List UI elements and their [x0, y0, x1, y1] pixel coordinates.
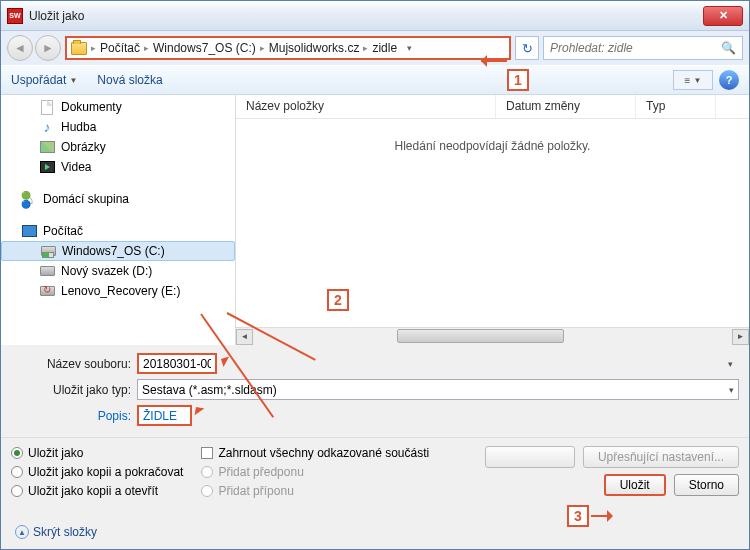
sidebar-item-drive-c[interactable]: Windows7_OS (C:) — [1, 241, 235, 261]
scroll-right-arrow[interactable]: ► — [732, 329, 749, 345]
chevron-right-icon: ▸ — [91, 43, 96, 53]
filename-label: Název souboru: — [11, 357, 131, 371]
scroll-left-arrow[interactable]: ◄ — [236, 329, 253, 345]
column-date[interactable]: Datum změny — [496, 95, 636, 118]
drive-icon — [40, 266, 55, 276]
radio-save-copy-continue[interactable]: Uložit jako kopii a pokračovat — [11, 465, 183, 479]
address-bar[interactable]: ▸ Počítač ▸ Windows7_OS (C:) ▸ Mujsolidw… — [65, 36, 511, 60]
checkbox-icon — [201, 447, 213, 459]
column-name[interactable]: Název položky — [236, 95, 496, 118]
radio-icon — [201, 485, 213, 497]
horizontal-scrollbar[interactable]: ◄ ► — [236, 327, 749, 345]
search-input[interactable] — [550, 41, 721, 55]
filetype-label: Uložit jako typ: — [11, 383, 131, 397]
file-list[interactable]: Hledání neodpovídají žádné položky. — [236, 119, 749, 327]
organize-menu[interactable]: Uspořádat▼ — [11, 73, 77, 87]
chevron-right-icon: ▸ — [260, 43, 265, 53]
save-button[interactable]: Uložit — [604, 474, 666, 496]
radio-save-copy-open[interactable]: Uložit jako kopii a otevřít — [11, 484, 183, 498]
view-options-button[interactable]: ≡ ▼ — [673, 70, 713, 90]
disclose-icon: ▲ — [15, 525, 29, 539]
body-area: Dokumenty Hudba Obrázky Videa 🟢🔵Domácí s… — [1, 95, 749, 345]
radio-icon — [201, 466, 213, 478]
callout-1: 1 — [507, 69, 529, 91]
column-type[interactable]: Typ — [636, 95, 716, 118]
drive-icon — [41, 246, 56, 256]
toolbar: Uspořádat▼ Nová složka ≡ ▼ ? — [1, 65, 749, 95]
search-box[interactable]: 🔍 — [543, 36, 743, 60]
back-button[interactable]: ◄ — [7, 35, 33, 61]
filename-dropdown[interactable]: ▾ — [728, 359, 733, 369]
drive-icon — [40, 286, 55, 296]
forward-button[interactable]: ► — [35, 35, 61, 61]
sidebar-item-homegroup[interactable]: 🟢🔵Domácí skupina — [1, 189, 235, 209]
breadcrumb-item[interactable]: Mujsolidworks.cz — [269, 41, 360, 55]
breadcrumb-item[interactable]: Počítač — [100, 41, 140, 55]
window-title: Uložit jako — [29, 9, 703, 23]
radio-add-prefix: Přidat předponu — [201, 465, 429, 479]
prefix-suffix-input — [485, 446, 575, 468]
sidebar-item-drive-d[interactable]: Nový svazek (D:) — [1, 261, 235, 281]
address-dropdown[interactable]: ▾ — [401, 43, 417, 53]
save-as-dialog: SW Uložit jako ✕ ◄ ► ▸ Počítač ▸ Windows… — [0, 0, 750, 550]
form-area: Název souboru: ▾ Uložit jako typ: Sestav… — [1, 345, 749, 437]
breadcrumb-item[interactable]: zidle — [372, 41, 397, 55]
chevron-right-icon: ▸ — [144, 43, 149, 53]
column-headers: Název položky Datum změny Typ — [236, 95, 749, 119]
hide-folders-toggle[interactable]: ▲ Skrýt složky — [5, 517, 107, 545]
titlebar: SW Uložit jako ✕ — [1, 1, 749, 31]
document-icon — [41, 100, 53, 115]
folder-icon — [71, 42, 87, 55]
radio-icon — [11, 466, 23, 478]
breadcrumb-item[interactable]: Windows7_OS (C:) — [153, 41, 256, 55]
new-folder-button[interactable]: Nová složka — [97, 73, 162, 87]
radio-icon — [11, 485, 23, 497]
callout-3: 3 — [567, 505, 589, 527]
computer-icon — [22, 225, 37, 237]
pictures-icon — [40, 141, 55, 153]
sidebar-item-pictures[interactable]: Obrázky — [1, 137, 235, 157]
description-input[interactable] — [137, 405, 192, 426]
checkbox-include-refs[interactable]: Zahrnout všechny odkazované součásti — [201, 446, 429, 460]
sidebar-item-documents[interactable]: Dokumenty — [1, 97, 235, 117]
arrow-head-icon — [475, 55, 487, 67]
sidebar-item-computer[interactable]: Počítač — [1, 221, 235, 241]
sidebar-item-videos[interactable]: Videa — [1, 157, 235, 177]
file-pane: Název položky Datum změny Typ Hledání ne… — [236, 95, 749, 345]
filetype-combo[interactable]: Sestava (*.asm;*.sldasm)▾ — [137, 379, 739, 400]
navigation-bar: ◄ ► ▸ Počítač ▸ Windows7_OS (C:) ▸ Mujso… — [1, 31, 749, 65]
advanced-button: Upřesňující nastavení... — [583, 446, 739, 468]
empty-message: Hledání neodpovídají žádné položky. — [395, 139, 591, 153]
radio-save-as[interactable]: Uložit jako — [11, 446, 183, 460]
options-area: Uložit jako Uložit jako kopii a pokračov… — [1, 437, 749, 506]
radio-add-suffix: Přidat příponu — [201, 484, 429, 498]
callout-2: 2 — [327, 289, 349, 311]
close-button[interactable]: ✕ — [703, 6, 743, 26]
sidebar-item-drive-e[interactable]: Lenovo_Recovery (E:) — [1, 281, 235, 301]
refresh-button[interactable]: ↻ — [515, 36, 539, 60]
music-icon — [39, 119, 55, 135]
arrow-head-icon — [607, 510, 619, 522]
cancel-button[interactable]: Storno — [674, 474, 739, 496]
filename-input[interactable] — [137, 353, 217, 374]
sidebar-item-music[interactable]: Hudba — [1, 117, 235, 137]
chevron-right-icon: ▸ — [363, 43, 368, 53]
search-icon[interactable]: 🔍 — [721, 41, 736, 55]
homegroup-icon: 🟢🔵 — [21, 191, 37, 207]
scroll-thumb[interactable] — [397, 329, 565, 343]
navigation-tree[interactable]: Dokumenty Hudba Obrázky Videa 🟢🔵Domácí s… — [1, 95, 236, 345]
help-button[interactable]: ? — [719, 70, 739, 90]
app-icon: SW — [7, 8, 23, 24]
video-icon — [40, 161, 55, 173]
description-label: Popis: — [11, 409, 131, 423]
radio-icon — [11, 447, 23, 459]
